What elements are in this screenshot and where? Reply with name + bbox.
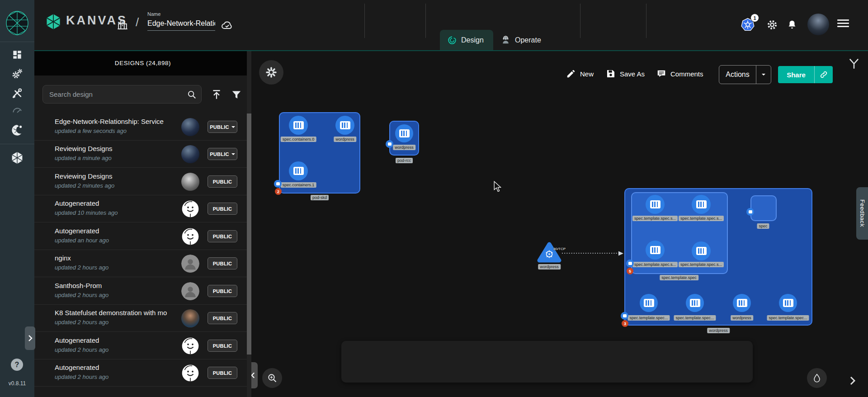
settings-gear-icon[interactable]	[766, 19, 778, 31]
container-node[interactable]	[289, 116, 308, 135]
container-node[interactable]	[692, 195, 711, 214]
person-avatar-icon	[181, 255, 199, 273]
design-updated: updated 2 minutes ago	[55, 182, 114, 189]
sidebar-expand-button[interactable]	[25, 326, 35, 350]
extensions-mesh-icon[interactable]	[11, 124, 24, 137]
visibility-button[interactable]: PUBLIC	[208, 312, 237, 324]
node-label: spec.containers.0	[281, 137, 316, 142]
container-node[interactable]	[733, 294, 751, 312]
smiley-avatar-icon	[181, 227, 199, 246]
container-node[interactable]	[640, 294, 658, 312]
design-list-item[interactable]: Edge-Network-Relationship: Service updat…	[34, 113, 247, 141]
menu-hamburger-icon[interactable]	[837, 18, 849, 29]
visibility-button[interactable]: PUBLIC	[208, 367, 237, 379]
design-title: Reviewing Designs	[55, 172, 179, 180]
visibility-button[interactable]: PUBLIC	[208, 203, 237, 215]
y-merge-icon	[847, 57, 861, 71]
save-as-button[interactable]: Save As	[606, 69, 645, 79]
design-name-input[interactable]	[147, 19, 215, 31]
help-button[interactable]: ?	[11, 359, 23, 371]
share-split-button: Share	[778, 66, 833, 83]
service-edge[interactable]	[562, 249, 625, 257]
feedback-tab[interactable]: Feedback	[856, 187, 868, 240]
design-updated: updated an hour ago	[55, 237, 109, 244]
designs-panel-title: DESIGNS (24,898)	[34, 51, 251, 76]
panel-scrollbar-thumb[interactable]	[247, 113, 251, 354]
service-node[interactable]	[536, 241, 562, 264]
dock-divider	[580, 4, 580, 38]
tab-design[interactable]: Design	[440, 30, 493, 50]
design-search[interactable]	[42, 85, 202, 104]
notifications-bell-icon[interactable]	[786, 19, 798, 31]
container-node[interactable]	[289, 161, 308, 180]
container-node[interactable]	[779, 294, 797, 312]
breadcrumb-separator: /	[136, 15, 139, 29]
error-count-badge[interactable]: 3	[622, 320, 628, 327]
designs-panel: DESIGNS (24,898) Edge-Network-Relationsh…	[34, 51, 251, 397]
user-avatar[interactable]	[807, 14, 829, 35]
owner-avatar	[181, 337, 199, 355]
share-label: Share	[787, 71, 806, 79]
container-node[interactable]	[395, 124, 413, 142]
design-list-item[interactable]: Santhosh-Prom updated 2 hours ago PUBLIC	[34, 278, 247, 305]
container-node[interactable]	[692, 241, 711, 260]
visibility-button[interactable]: PUBLIC	[208, 148, 237, 160]
container-icon	[737, 299, 747, 307]
organization-icon[interactable]	[116, 17, 129, 32]
container-node[interactable]	[646, 241, 665, 260]
link-icon	[819, 70, 828, 79]
visibility-button[interactable]: PUBLIC	[208, 230, 237, 242]
configuration-tools-icon[interactable]	[11, 87, 24, 99]
design-list-item[interactable]: Reviewing Designs updated a minute ago P…	[34, 141, 247, 168]
design-name-label: Name	[147, 11, 160, 17]
design-title: Autogenerated	[55, 364, 179, 371]
visibility-button[interactable]: PUBLIC	[208, 257, 237, 269]
new-design-button[interactable]: New	[566, 69, 594, 79]
hierarchy-toggle-button[interactable]	[847, 57, 861, 72]
performance-dial-icon[interactable]	[11, 104, 23, 116]
error-count-badge[interactable]: 2	[275, 188, 282, 195]
filter-funnel-icon[interactable]	[231, 89, 242, 100]
kanvas-hexagon-icon[interactable]	[11, 151, 24, 165]
comments-button[interactable]: Comments	[656, 69, 703, 79]
visibility-button[interactable]: PUBLIC	[208, 175, 237, 188]
zoom-in-button[interactable]	[262, 368, 282, 388]
layer5-mesh-logo[interactable]	[5, 10, 29, 36]
lifecycle-gears-icon[interactable]	[11, 68, 24, 80]
person-avatar-icon	[181, 282, 199, 300]
view-options-button[interactable]	[259, 60, 283, 85]
node-label: wordpress	[707, 328, 730, 333]
cloud-saved-icon	[220, 19, 234, 32]
design-list-item[interactable]: Autogenerated updated 2 hours ago PUBLIC	[34, 359, 247, 387]
visibility-button[interactable]: PUBLIC	[208, 285, 237, 297]
container-node[interactable]	[686, 294, 704, 312]
feedback-label: Feedback	[859, 199, 866, 227]
drop-icon	[812, 373, 822, 383]
chevron-right-icon	[849, 375, 856, 386]
container-node[interactable]	[646, 195, 665, 214]
container-node[interactable]	[335, 116, 354, 135]
design-updated: updated 2 hours ago	[55, 292, 108, 298]
design-list-item[interactable]: Autogenerated updated 10 minutes ago PUB…	[34, 195, 247, 222]
screenshot-drop-button[interactable]	[807, 368, 827, 388]
actions-dropdown-button[interactable]: Actions	[719, 65, 771, 84]
visibility-button[interactable]: PUBLIC	[208, 340, 237, 352]
import-design-icon[interactable]	[211, 89, 222, 100]
design-list-item[interactable]: Autogenerated updated 2 hours ago PUBLIC	[34, 332, 247, 359]
error-count-badge[interactable]: 5	[627, 268, 633, 274]
design-list-item[interactable]: Reviewing Designs updated 2 minutes ago …	[34, 168, 247, 195]
dashboard-icon[interactable]	[11, 49, 23, 61]
share-button[interactable]: Share	[778, 66, 814, 83]
design-list-item[interactable]: Autogenerated updated an hour ago PUBLIC	[34, 223, 247, 250]
design-list-item[interactable]: nginx updated 2 hours ago PUBLIC	[34, 250, 247, 277]
magnifier-plus-icon	[267, 373, 278, 383]
expand-right-button[interactable]	[849, 375, 856, 388]
spec-node[interactable]	[750, 195, 777, 221]
design-updated: updated 2 hours ago	[55, 319, 108, 326]
smiley-avatar-icon	[181, 200, 199, 218]
copy-link-button[interactable]	[814, 66, 833, 83]
search-input[interactable]	[49, 90, 187, 98]
visibility-button[interactable]: PUBLIC	[208, 121, 237, 133]
tab-operate[interactable]: Operate	[493, 30, 562, 50]
design-list-item[interactable]: K8 Statefulset demonstration with mo upd…	[34, 305, 247, 332]
